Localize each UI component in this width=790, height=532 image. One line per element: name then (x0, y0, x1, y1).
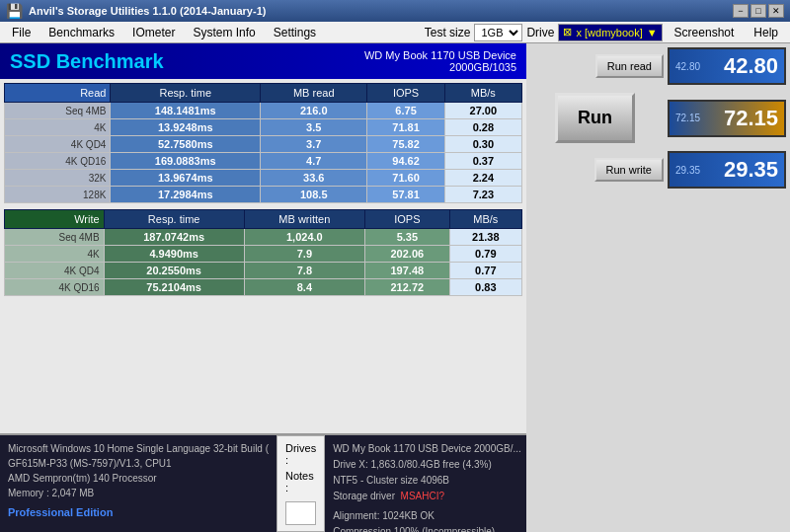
read-row-iops: 75.82 (367, 136, 444, 153)
menu-iometer[interactable]: IOmeter (124, 24, 183, 41)
col-read: Read (5, 84, 111, 103)
read-row-mbs: 0.28 (444, 119, 521, 136)
sys-info-line3: AMD Sempron(tm) 140 Processor (8, 471, 269, 486)
write-row-resp: 20.2550ms (104, 263, 244, 279)
ssd-drive-info: WD My Book 1170 USB Device 2000GB/1035 (364, 49, 516, 73)
read-row-resp: 169.0883ms (111, 153, 261, 170)
sys-info-line2: GF615M-P33 (MS-7597)/V1.3, CPU1 (8, 456, 269, 471)
read-row-mbs: 2.24 (444, 170, 521, 187)
write-row-0: Seq 4MB 187.0742ms 1,024.0 5.35 21.38 (5, 229, 522, 246)
read-row-mb: 108.5 (261, 187, 367, 203)
menu-help[interactable]: Help (746, 24, 786, 41)
bottom-bar: Microsoft Windows 10 Home Single Languag… (0, 433, 526, 532)
read-score-box: 42.80 42.80 (668, 47, 786, 85)
close-button[interactable]: ✕ (768, 4, 784, 18)
col-mbs-w: MB/s (449, 210, 521, 229)
write-table: Write Resp. time MB written IOPS MB/s Se… (4, 209, 522, 296)
read-row-iops: 71.81 (367, 119, 444, 136)
write-row-iops: 202.06 (365, 246, 450, 263)
alignment-info: Alignment: 1024KB OK (333, 508, 521, 524)
run-read-button[interactable]: Run read (595, 54, 664, 78)
write-row-mbs: 0.83 (449, 279, 521, 296)
test-size-label: Test size (425, 26, 471, 39)
col-mb-written: MB written (244, 210, 364, 229)
write-row-label: 4K QD4 (5, 263, 105, 279)
read-row-mbs: 0.30 (444, 136, 521, 153)
drive-dropdown-icon[interactable]: ▼ (647, 27, 658, 38)
write-score-value: 29.35 (724, 157, 778, 183)
read-row-label: 4K (5, 119, 111, 136)
col-mb-read: MB read (261, 84, 367, 103)
menu-benchmarks[interactable]: Benchmarks (40, 24, 122, 41)
run-write-button[interactable]: Run write (594, 158, 664, 182)
test-size-select[interactable]: 1GB 4GB (474, 24, 522, 41)
write-score-box: 29.35 29.35 (668, 151, 786, 189)
pro-edition: Professional Edition (8, 504, 269, 521)
notes-area[interactable] (285, 501, 316, 525)
title-bar-text: 💾 Anvil's Storage Utilities 1.1.0 (2014-… (6, 3, 266, 19)
notes-label: Notes : (285, 470, 316, 494)
drive-icon: ⊠ (563, 26, 572, 38)
read-row-5: 128K 17.2984ms 108.5 57.81 7.23 (5, 187, 522, 203)
drive-info-line3: NTF5 - Cluster size 4096B (333, 473, 521, 489)
window-controls[interactable]: − □ ✕ (733, 4, 784, 18)
minimize-button[interactable]: − (733, 4, 749, 18)
read-row-mb: 3.5 (261, 119, 367, 136)
main-content: SSD Benchmark WD My Book 1170 USB Device… (0, 43, 790, 532)
write-row-mb: 1,024.0 (244, 229, 364, 246)
write-row-3: 4K QD16 75.2104ms 8.4 212.72 0.83 (5, 279, 522, 296)
read-row-mbs: 27.00 (444, 103, 521, 119)
write-row-resp: 75.2104ms (104, 279, 244, 296)
sys-info-line4: Memory : 2,047 MB (8, 486, 269, 500)
read-row-resp: 13.9248ms (111, 119, 261, 136)
menu-settings[interactable]: Settings (266, 24, 324, 41)
read-row-mb: 4.7 (261, 153, 367, 170)
menu-screenshot[interactable]: Screenshot (667, 24, 743, 41)
drive-label: Drive (526, 26, 554, 39)
read-row-iops: 6.75 (367, 103, 444, 119)
menu-systeminfo[interactable]: System Info (185, 24, 263, 41)
total-score-value: 72.15 (724, 106, 778, 131)
total-score-label: 72.15 (675, 113, 700, 123)
read-row-label: 128K (5, 187, 111, 203)
left-panel: SSD Benchmark WD My Book 1170 USB Device… (0, 43, 526, 532)
write-row-iops: 5.35 (365, 229, 450, 246)
title-bar: 💾 Anvil's Storage Utilities 1.1.0 (2014-… (0, 0, 790, 22)
write-row-resp: 187.0742ms (104, 229, 244, 246)
read-row-resp: 52.7580ms (111, 136, 261, 153)
write-score-label: 29.35 (675, 165, 700, 176)
write-row-mbs: 0.77 (449, 263, 521, 279)
col-mbs: MB/s (444, 84, 521, 103)
write-score-container: Run write 29.35 29.35 (530, 151, 786, 189)
drive-info-line2: Drive X: 1,863.0/80.4GB free (4.3%) (333, 457, 521, 473)
read-header-row: Read Resp. time MB read IOPS MB/s (5, 84, 522, 103)
right-panel: Run read 42.80 42.80 Run 72.15 72.15 Run… (526, 43, 790, 532)
read-row-mb: 33.6 (261, 170, 367, 187)
toolbar-right: Test size 1GB 4GB Drive ⊠ x [wdmybook] ▼… (425, 24, 786, 41)
bench-table: Read Resp. time MB read IOPS MB/s Seq 4M… (0, 79, 526, 433)
menu-file[interactable]: File (4, 24, 39, 41)
drive-selector[interactable]: ⊠ x [wdmybook] ▼ (558, 24, 662, 41)
read-row-iops: 71.60 (367, 170, 444, 187)
read-row-resp: 17.2984ms (111, 187, 261, 203)
write-row-mb: 7.8 (244, 263, 364, 279)
run-button[interactable]: Run (555, 93, 635, 143)
read-row-label: 4K QD4 (5, 136, 111, 153)
read-table: Read Resp. time MB read IOPS MB/s Seq 4M… (4, 83, 522, 203)
write-row-mb: 8.4 (244, 279, 364, 296)
bottom-left: Microsoft Windows 10 Home Single Languag… (0, 435, 276, 532)
menu-bar: File Benchmarks IOmeter System Info Sett… (0, 22, 790, 43)
write-header-row: Write Resp. time MB written IOPS MB/s (5, 210, 522, 229)
read-score-label: 42.80 (675, 61, 700, 72)
write-row-label: Seq 4MB (5, 229, 105, 246)
read-row-mb: 3.7 (261, 136, 367, 153)
restore-button[interactable]: □ (750, 4, 766, 18)
drive-line1: WD My Book 1170 USB Device (364, 49, 516, 61)
run-total-row: Run 72.15 72.15 (530, 89, 786, 147)
write-row-label: 4K QD16 (5, 279, 105, 296)
compression-info: Compression 100% (Incompressible) (333, 524, 521, 532)
read-row-label: 4K QD16 (5, 153, 111, 170)
write-row-iops: 197.48 (365, 263, 450, 279)
read-row-2: 4K QD4 52.7580ms 3.7 75.82 0.30 (5, 136, 522, 153)
drive-info-line1: WD My Book 1170 USB Device 2000GB/... (333, 441, 521, 457)
